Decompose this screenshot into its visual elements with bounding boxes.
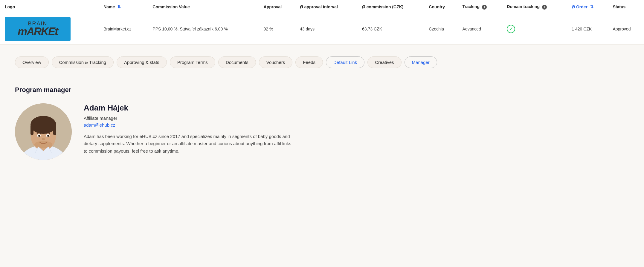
- section-title: Program manager: [15, 86, 629, 94]
- table-row: BRAIN mARKEt BrainMarket.cz PPS 10,00 %,…: [0, 14, 644, 44]
- name-cell: BrainMarket.cz: [99, 14, 148, 44]
- tracking-cell: Advanced: [458, 14, 502, 44]
- tab-default-link[interactable]: Default Link: [326, 56, 364, 68]
- table-section: Logo Name ⇅ Commission Value Approval Ø …: [0, 0, 644, 44]
- tab-feeds[interactable]: Feeds: [295, 56, 323, 68]
- col-approval: Approval: [259, 0, 295, 14]
- checkmark-icon: ✓: [507, 25, 515, 33]
- logo-cell: BRAIN mARKEt: [0, 14, 99, 44]
- programs-table: Logo Name ⇅ Commission Value Approval Ø …: [0, 0, 644, 44]
- tabs-row: Overview Commission & Tracking Approving…: [15, 56, 629, 68]
- tab-program-terms[interactable]: Program Terms: [170, 56, 215, 68]
- svg-rect-7: [53, 125, 56, 135]
- col-country: Country: [424, 0, 457, 14]
- manager-card: Adam Hájek Affiliate manager adam@ehub.c…: [15, 103, 629, 160]
- col-tracking: Tracking i: [458, 0, 502, 14]
- tab-creatives[interactable]: Creatives: [367, 56, 401, 68]
- country-cell: Czechia: [424, 14, 457, 44]
- manager-bio: Adam has been working for eHUB.cz since …: [84, 133, 293, 155]
- tracking-info-icon[interactable]: i: [482, 5, 487, 10]
- col-domain-tracking: Domain tracking i: [502, 0, 567, 14]
- status-cell: Approved: [608, 14, 644, 44]
- tab-approving-stats[interactable]: Approving & stats: [117, 56, 167, 68]
- tab-manager[interactable]: Manager: [405, 56, 437, 68]
- col-name[interactable]: Name ⇅: [99, 0, 148, 14]
- manager-avatar: [15, 103, 72, 160]
- tab-overview[interactable]: Overview: [15, 56, 49, 68]
- brand-logo: BRAIN mARKEt: [5, 17, 71, 41]
- tab-vouchers[interactable]: Vouchers: [259, 56, 293, 68]
- manager-avatar-image: [15, 103, 72, 160]
- col-commission-value: Commission Value: [148, 0, 259, 14]
- tab-documents[interactable]: Documents: [218, 56, 256, 68]
- manager-email[interactable]: adam@ehub.cz: [84, 122, 293, 128]
- col-logo: Logo: [0, 0, 99, 14]
- svg-point-5: [30, 116, 56, 134]
- col-avg-commission: Ø commission (CZK): [357, 0, 424, 14]
- svg-point-12: [42, 138, 45, 140]
- avg-approval-cell: 43 days: [295, 14, 357, 44]
- approval-cell: 92 %: [259, 14, 295, 44]
- svg-point-11: [47, 135, 49, 137]
- commission-value-cell: PPS 10,00 %, Stávající zákazník 6,00 %: [148, 14, 259, 44]
- manager-role: Affiliate manager: [84, 116, 293, 121]
- brand-logo-text: BRAIN mARKEt: [18, 21, 58, 37]
- sort-icon: ⇅: [117, 4, 121, 9]
- domain-tracking-cell: ✓: [502, 14, 567, 44]
- tab-commission-tracking[interactable]: Commission & Tracking: [52, 56, 114, 68]
- tabs-section: Overview Commission & Tracking Approving…: [0, 44, 644, 74]
- order-sort-icon: ⇅: [590, 4, 593, 9]
- manager-info: Adam Hájek Affiliate manager adam@ehub.c…: [84, 103, 293, 155]
- svg-point-13: [34, 141, 52, 148]
- svg-rect-6: [30, 125, 33, 135]
- col-avg-order[interactable]: Ø Order ⇅: [567, 0, 608, 14]
- domain-tracking-info-icon[interactable]: i: [542, 5, 547, 10]
- avg-commission-cell: 63,73 CZK: [357, 14, 424, 44]
- svg-point-10: [38, 135, 40, 137]
- col-avg-approval: Ø approval interval: [295, 0, 357, 14]
- manager-name: Adam Hájek: [84, 103, 293, 113]
- avg-order-cell: 1 420 CZK: [567, 14, 608, 44]
- col-status: Status: [608, 0, 644, 14]
- manager-section: Program manager: [0, 74, 644, 172]
